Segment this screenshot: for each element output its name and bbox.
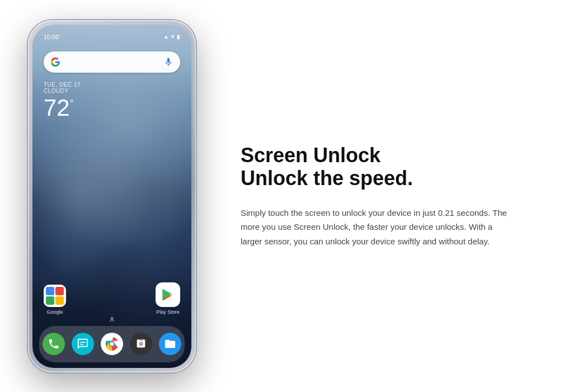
up-arrow: ∧ — [109, 314, 115, 323]
weather-date: TUE, DEC 17 — [44, 82, 81, 88]
phone-screen: 10:00 ▲ ▾ ▮ — [32, 25, 191, 368]
phone-call-icon — [48, 338, 60, 350]
g-yellow — [55, 296, 64, 305]
chrome-icon — [105, 337, 119, 351]
status-time: 10:00 — [44, 34, 59, 40]
play-store-app-icon — [156, 282, 180, 307]
google-search-bar[interactable] — [44, 51, 180, 73]
g-blue — [46, 287, 54, 295]
play-store-triangle — [161, 287, 175, 302]
weather-widget: TUE, DEC 17 CLOUDY 72° — [44, 82, 81, 120]
files-icon — [164, 338, 176, 350]
dock-messages-icon[interactable] — [72, 333, 94, 355]
dock-chrome-icon[interactable] — [101, 333, 123, 355]
weather-condition: CLOUDY — [44, 88, 81, 94]
google-app-icon — [44, 285, 66, 307]
phone-container: 10:00 ▲ ▾ ▮ — [17, 20, 207, 372]
feature-text-content: Screen Unlock Unlock the speed. Simply t… — [207, 144, 520, 248]
play-store-label: Play Store — [156, 309, 180, 315]
g-green — [46, 296, 54, 305]
page-wrapper: 10:00 ▲ ▾ ▮ — [0, 0, 573, 392]
feature-title-line2: Unlock the speed. — [241, 167, 413, 190]
feature-title-line1: Screen Unlock — [241, 144, 381, 167]
battery-icon: ▮ — [177, 34, 180, 40]
wifi-icon: ▾ — [171, 33, 175, 40]
svg-point-2 — [110, 342, 114, 346]
google-g-icon — [50, 57, 60, 67]
google-app-label: Google — [46, 309, 63, 315]
app-icons-row: Google — [44, 282, 180, 315]
dock-phone-icon[interactable] — [43, 333, 65, 355]
status-icons: ▲ ▾ ▮ — [163, 33, 180, 40]
app-icon-google[interactable]: Google — [44, 285, 66, 315]
svg-point-3 — [140, 343, 142, 345]
dock-files-icon[interactable] — [159, 333, 181, 355]
app-icon-playstore[interactable]: Play Store — [156, 282, 180, 315]
signal-icon: ▲ — [163, 34, 169, 40]
messages-icon — [77, 338, 89, 350]
feature-title: Screen Unlock Unlock the speed. — [241, 144, 520, 190]
weather-temperature: 72° — [44, 96, 81, 120]
camera-icon — [135, 338, 147, 350]
feature-description: Simply touch the screen to unlock your d… — [241, 206, 509, 249]
dock-bar — [39, 326, 185, 362]
g-red — [55, 287, 64, 295]
smartphone: 10:00 ▲ ▾ ▮ — [28, 20, 196, 372]
status-bar: 10:00 ▲ ▾ ▮ — [44, 31, 180, 42]
dock-camera-icon[interactable] — [130, 333, 152, 355]
mic-icon — [163, 57, 173, 67]
